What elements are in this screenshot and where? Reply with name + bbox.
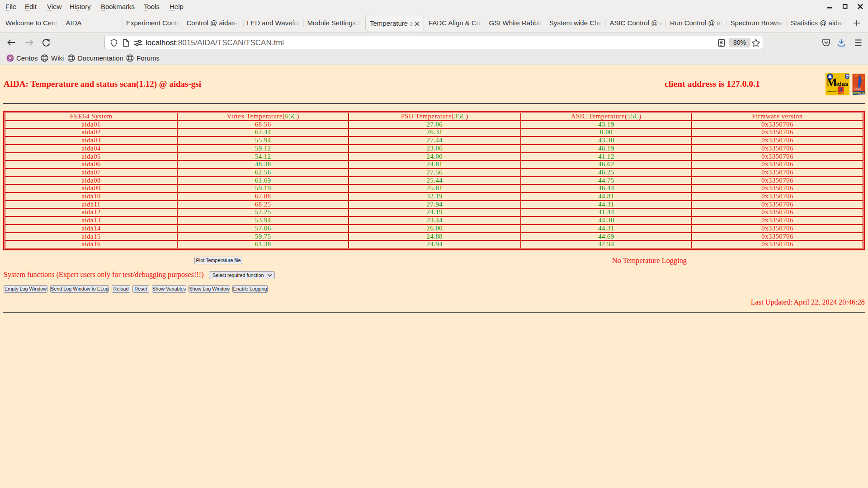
svg-text:idas: idas (836, 80, 849, 87)
svg-text:M: M (826, 76, 837, 89)
svg-text:powered by: powered by (827, 90, 840, 93)
svg-text:TCL: TCL (854, 86, 863, 91)
svg-text:POWERED: POWERED (839, 92, 847, 94)
